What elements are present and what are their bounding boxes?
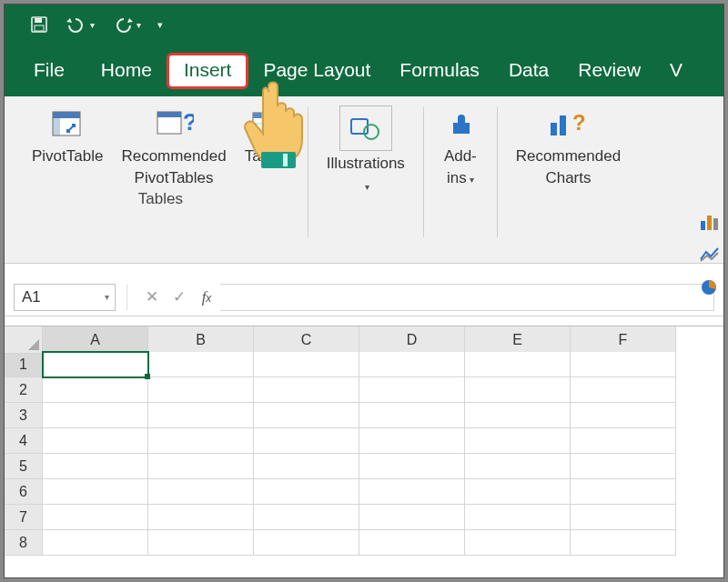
bar-chart-icon[interactable] <box>700 213 720 236</box>
col-header-F[interactable]: F <box>571 326 676 354</box>
row-header-4[interactable]: 4 <box>5 428 43 454</box>
ribbon-divider <box>497 107 498 237</box>
cell[interactable] <box>571 530 676 556</box>
redo-icon[interactable]: ▾ <box>111 16 141 33</box>
cell[interactable] <box>148 479 254 505</box>
cell[interactable] <box>43 505 148 530</box>
cell[interactable] <box>254 377 359 403</box>
pivottable-button[interactable]: PivotTable <box>26 102 108 186</box>
svg-rect-19 <box>560 115 566 135</box>
svg-text:?: ? <box>183 108 194 135</box>
cell[interactable] <box>148 403 254 428</box>
addins-l2: ins <box>447 169 474 187</box>
svg-rect-3 <box>261 152 296 168</box>
svg-rect-22 <box>707 216 712 230</box>
cell[interactable] <box>571 479 676 505</box>
row-header-6[interactable]: 6 <box>5 479 43 505</box>
cell[interactable] <box>43 454 148 479</box>
recommended-charts-button[interactable]: ? Recommended Charts <box>511 102 626 186</box>
col-header-A[interactable]: A <box>43 326 148 354</box>
svg-rect-4 <box>283 154 288 166</box>
cell[interactable] <box>465 403 571 428</box>
col-header-C[interactable]: C <box>254 326 359 354</box>
cell[interactable] <box>571 377 676 403</box>
col-header-B[interactable]: B <box>148 326 254 354</box>
row-header-1[interactable]: 1 <box>5 352 43 377</box>
cell[interactable] <box>465 530 571 556</box>
cell[interactable] <box>43 479 148 505</box>
chart-gallery-partial[interactable] <box>700 213 720 301</box>
cell[interactable] <box>359 479 465 505</box>
illustrations-button[interactable]: Illustrations <box>321 102 410 194</box>
row-header-5[interactable]: 5 <box>5 454 43 479</box>
cell[interactable] <box>571 428 676 454</box>
cancel-icon[interactable]: ✕ <box>138 287 166 306</box>
fx-icon[interactable]: fx <box>193 288 220 306</box>
row-header-2[interactable]: 2 <box>5 377 43 403</box>
cell-A1[interactable] <box>43 352 148 377</box>
cell[interactable] <box>254 505 359 530</box>
enter-icon[interactable]: ✓ <box>166 287 193 306</box>
cell[interactable] <box>254 403 359 428</box>
svg-rect-7 <box>53 112 60 135</box>
cell[interactable] <box>43 428 148 454</box>
row-header-3[interactable]: 3 <box>5 403 43 428</box>
cell[interactable] <box>43 403 148 428</box>
cell[interactable] <box>148 530 254 556</box>
cell[interactable] <box>571 454 676 479</box>
cell-B1[interactable] <box>148 352 254 377</box>
cell[interactable] <box>571 505 676 530</box>
cell[interactable] <box>359 454 465 479</box>
row-header-7[interactable]: 7 <box>5 505 43 530</box>
customize-qat-icon[interactable]: ▾ <box>157 19 163 31</box>
cell[interactable] <box>359 377 465 403</box>
worksheet-grid[interactable]: A B C D E F 1 2 3 4 5 6 7 8 <box>5 326 723 556</box>
tab-home[interactable]: Home <box>86 53 167 89</box>
formula-input[interactable] <box>220 284 714 311</box>
cell[interactable] <box>254 530 359 556</box>
ribbon-divider <box>423 107 424 237</box>
cell[interactable] <box>571 403 676 428</box>
cell[interactable] <box>465 479 571 505</box>
cell[interactable] <box>465 428 571 454</box>
cell[interactable] <box>254 454 359 479</box>
cell[interactable] <box>254 428 359 454</box>
cell[interactable] <box>148 505 254 530</box>
addins-button[interactable]: Add- ins <box>437 102 484 186</box>
cell[interactable] <box>465 505 571 530</box>
tab-review[interactable]: Review <box>563 53 655 89</box>
tab-insert[interactable]: Insert <box>167 53 249 89</box>
cell[interactable] <box>359 403 465 428</box>
save-icon[interactable] <box>30 15 48 34</box>
cell[interactable] <box>359 428 465 454</box>
cell[interactable] <box>359 505 465 530</box>
undo-icon[interactable]: ▾ <box>65 16 95 33</box>
cell-C1[interactable] <box>254 352 359 377</box>
cell[interactable] <box>254 479 359 505</box>
tab-file[interactable]: File <box>17 53 86 89</box>
cell[interactable] <box>148 377 254 403</box>
cell[interactable] <box>465 454 571 479</box>
shapes-icon <box>339 105 392 151</box>
cell[interactable] <box>148 428 254 454</box>
name-box[interactable]: A1 <box>14 284 116 311</box>
select-all-corner[interactable] <box>5 326 43 354</box>
col-header-D[interactable]: D <box>359 326 465 354</box>
line-chart-icon[interactable] <box>700 246 720 267</box>
tab-data[interactable]: Data <box>494 53 563 89</box>
pointer-hand-icon <box>241 74 329 179</box>
pie-chart-icon[interactable] <box>700 278 720 301</box>
tab-view[interactable]: V <box>655 53 697 89</box>
recommended-pivottables-button[interactable]: ? Recommended PivotTables <box>116 102 231 186</box>
cell[interactable] <box>43 530 148 556</box>
tab-formulas[interactable]: Formulas <box>385 53 494 89</box>
cell-E1[interactable] <box>465 352 571 377</box>
cell[interactable] <box>359 530 465 556</box>
col-header-E[interactable]: E <box>465 326 571 354</box>
cell[interactable] <box>148 454 254 479</box>
row-header-8[interactable]: 8 <box>5 530 43 556</box>
cell-D1[interactable] <box>359 352 465 377</box>
cell-F1[interactable] <box>571 352 676 377</box>
cell-A2[interactable] <box>43 377 148 403</box>
cell[interactable] <box>465 377 571 403</box>
